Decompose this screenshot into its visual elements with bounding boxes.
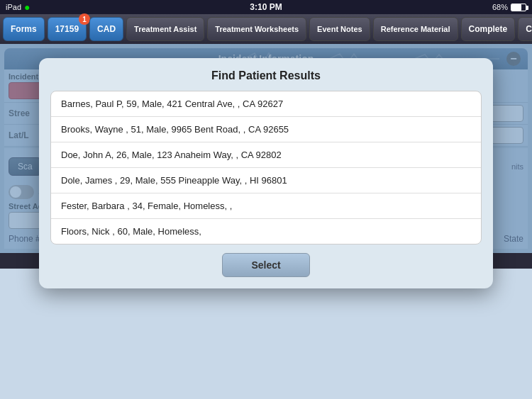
event-notes-button[interactable]: Event Notes [309,17,370,41]
wifi-icon: ● [24,1,30,13]
status-right: 68% [492,3,526,11]
complete-button[interactable]: Complete [461,17,516,41]
status-left: iPad ● [6,1,31,13]
reference-material-button[interactable]: Reference Material [373,17,458,41]
battery-percent: 68% [492,3,508,11]
incident-number-button[interactable]: 17159 1 [48,17,87,41]
find-patient-modal: Find Patient Results Barnes, Paul P, 59,… [39,58,493,288]
treatment-assist-button[interactable]: Treatment Assist [126,17,204,41]
modal-footer: Select [50,253,482,277]
patient-item-0[interactable]: Barnes, Paul P, 59, Male, 421 Central Av… [51,91,481,117]
select-button[interactable]: Select [222,253,309,277]
status-bar: iPad ● 3:10 PM 68% [0,0,532,14]
main-content: Incident Information − Incident # Form #… [0,44,532,253]
patient-list[interactable]: Barnes, Paul P, 59, Male, 421 Central Av… [50,91,482,245]
incident-badge: 1 [79,13,90,25]
battery-icon [511,4,526,11]
time-display: 3:10 PM [250,2,282,12]
modal-title: Find Patient Results [50,69,482,82]
nav-bar: Forms 17159 1 CAD Treatment Assist Treat… [0,14,532,44]
patient-item-3[interactable]: Dole, James , 29, Male, 555 Pineapple Wa… [51,168,481,193]
device-label: iPad [6,3,21,11]
forms-button[interactable]: Forms [3,17,45,41]
patient-item-1[interactable]: Brooks, Wayne , 51, Male, 9965 Bent Road… [51,117,481,142]
patient-item-4[interactable]: Fester, Barbara , 34, Female, Homeless, … [51,193,481,219]
modal-overlay: Find Patient Results Barnes, Paul P, 59,… [0,44,532,253]
patient-item-5[interactable]: Floors, Nick , 60, Male, Homeless, [51,219,481,244]
patient-item-2[interactable]: Doe, John A, 26, Male, 123 Anaheim Way, … [51,142,481,168]
camera-button[interactable]: Camera [518,17,532,41]
cad-button[interactable]: CAD [89,17,123,41]
treatment-worksheets-button[interactable]: Treatment Worksheets [207,17,306,41]
